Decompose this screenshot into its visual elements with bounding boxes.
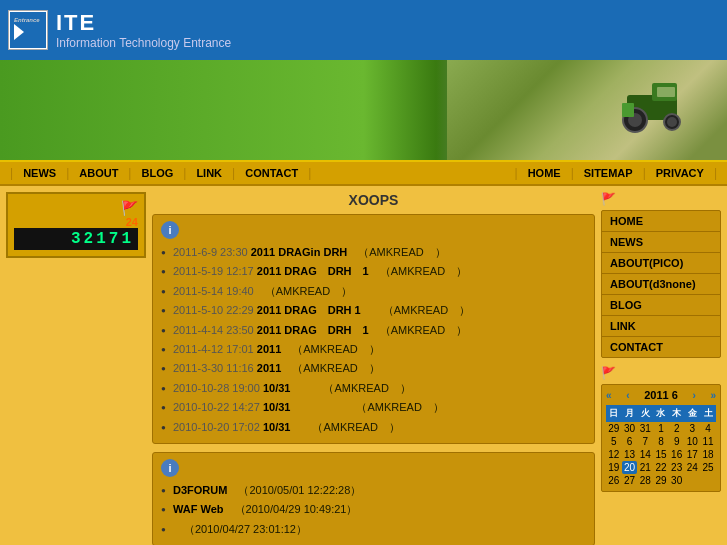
- nav-right: | HOME | SITEMAP | PRIVACY |: [513, 165, 720, 181]
- tractor-image: [617, 65, 697, 135]
- right-nav-home[interactable]: HOME: [602, 211, 720, 232]
- cal-cell[interactable]: 11: [700, 435, 716, 448]
- list-item: 2010-10-20 17:02 10/31 （AMKREAD ）: [161, 418, 586, 437]
- list-item: 2011-6-9 23:30 2011 DRAGin DRH （AMKREAD …: [161, 243, 586, 262]
- cal-day-thu: 木: [669, 405, 685, 422]
- right-nav-link[interactable]: LINK: [602, 316, 720, 337]
- main-layout: 🚩 24 32171 XOOPS i 2011-6-9 23:30 2011 D…: [0, 186, 727, 545]
- nav-left: | NEWS | ABOUT | BLOG | LINK | CONTACT |: [8, 165, 313, 181]
- counter-bottom: 32171: [14, 228, 138, 250]
- cal-cell[interactable]: 27: [622, 474, 638, 487]
- nav-sep-start: |: [10, 166, 13, 180]
- svg-point-8: [667, 117, 677, 127]
- right-nav-about-d3none[interactable]: ABOUT(d3none): [602, 274, 720, 295]
- cal-cell[interactable]: 25: [700, 461, 716, 474]
- cal-cell[interactable]: 18: [700, 448, 716, 461]
- cal-prev-prev[interactable]: «: [606, 390, 612, 401]
- cal-cell[interactable]: 9: [669, 435, 685, 448]
- nav-sitemap[interactable]: SITEMAP: [578, 165, 639, 181]
- counter-top: 24: [14, 216, 138, 228]
- cal-prev[interactable]: ‹: [626, 390, 629, 401]
- list-item: 2011-5-10 22:29 2011 DRAG DRH 1 （AMKREAD…: [161, 301, 586, 320]
- list-item: 2011-5-14 19:40 （AMKREAD ）: [161, 282, 586, 301]
- cal-cell: 12: [606, 448, 622, 461]
- cal-cell[interactable]: 1: [653, 422, 669, 435]
- center-content: XOOPS i 2011-6-9 23:30 2011 DRAGin DRH （…: [152, 192, 595, 545]
- cal-day-sat: 土: [700, 405, 716, 422]
- nav-blog[interactable]: BLOG: [135, 165, 179, 181]
- cal-cell[interactable]: 7: [637, 435, 653, 448]
- news-list: 2011-6-9 23:30 2011 DRAGin DRH （AMKREAD …: [161, 243, 586, 437]
- cal-cell[interactable]: 16: [669, 448, 685, 461]
- cal-next-next[interactable]: »: [710, 390, 716, 401]
- nav-sep-r0: |: [515, 166, 518, 180]
- forum-list: D3FORUM （2010/05/01 12:22:28） WAF Web （2…: [161, 481, 586, 539]
- cal-row: 5 6 7 8 9 10 11: [606, 435, 716, 448]
- header: Entrance ITE Information Technology Entr…: [0, 0, 727, 60]
- cal-cell[interactable]: 22: [653, 461, 669, 474]
- nav-sep-1: |: [66, 166, 69, 180]
- cal-cell[interactable]: 6: [622, 435, 638, 448]
- calendar-title: 2011 6: [644, 389, 678, 401]
- news-info-box: i 2011-6-9 23:30 2011 DRAGin DRH （AMKREA…: [152, 214, 595, 444]
- list-item: 2011-4-14 23:50 2011 DRAG DRH 1 （AMKREAD…: [161, 321, 586, 340]
- calendar-grid: 日 月 火 水 木 金 土 29 30 31 1 2: [606, 405, 716, 487]
- svg-rect-10: [657, 87, 675, 97]
- calendar-box: « ‹ 2011 6 › » 日 月 火 水 木 金 土: [601, 384, 721, 492]
- right-nav-about-pico[interactable]: ABOUT(PICO): [602, 253, 720, 274]
- cal-cell: 19: [606, 461, 622, 474]
- cal-cell[interactable]: 10: [685, 435, 701, 448]
- cal-cell[interactable]: 17: [685, 448, 701, 461]
- list-item: 2011-5-19 12:17 2011 DRAG DRH 1 （AMKREAD…: [161, 262, 586, 281]
- right-sidebar: 🚩 HOME NEWS ABOUT(PICO) ABOUT(d3none) BL…: [601, 192, 721, 545]
- right-nav-news[interactable]: NEWS: [602, 232, 720, 253]
- counter-box: 🚩 24 32171: [6, 192, 146, 258]
- cal-cell: 31: [637, 422, 653, 435]
- cal-row: 12 13 14 15 16 17 18: [606, 448, 716, 461]
- list-item: WAF Web （2010/04/29 10:49:21）: [161, 500, 586, 519]
- right-nav-contact[interactable]: CONTACT: [602, 337, 720, 357]
- right-flag2: 🚩: [601, 366, 721, 380]
- cal-cell[interactable]: 8: [653, 435, 669, 448]
- nav-sep-4: |: [232, 166, 235, 180]
- header-title-block: ITE Information Technology Entrance: [56, 10, 231, 50]
- cal-cell[interactable]: 3: [685, 422, 701, 435]
- cal-next[interactable]: ›: [692, 390, 695, 401]
- forum-info-box: i D3FORUM （2010/05/01 12:22:28） WAF Web …: [152, 452, 595, 545]
- svg-text:Entrance: Entrance: [14, 17, 40, 23]
- nav-link[interactable]: LINK: [190, 165, 228, 181]
- cal-cell: 30: [669, 474, 685, 487]
- right-flag: 🚩: [601, 192, 721, 206]
- cal-cell: [685, 474, 701, 487]
- right-nav-blog[interactable]: BLOG: [602, 295, 720, 316]
- nav-contact[interactable]: CONTACT: [239, 165, 304, 181]
- nav-about[interactable]: ABOUT: [73, 165, 124, 181]
- cal-cell[interactable]: 4: [700, 422, 716, 435]
- cal-row: 29 30 31 1 2 3 4: [606, 422, 716, 435]
- site-subtitle: Information Technology Entrance: [56, 36, 231, 50]
- nav-home[interactable]: HOME: [522, 165, 567, 181]
- nav-sep-r1: |: [571, 166, 574, 180]
- cal-cell[interactable]: 14: [637, 448, 653, 461]
- calendar-header: « ‹ 2011 6 › »: [606, 389, 716, 401]
- nav-sep-r3: |: [714, 166, 717, 180]
- cal-day-fri: 金: [685, 405, 701, 422]
- cal-cell[interactable]: 21: [637, 461, 653, 474]
- nav-news[interactable]: NEWS: [17, 165, 62, 181]
- info-icon: i: [161, 221, 179, 239]
- cal-cell[interactable]: 15: [653, 448, 669, 461]
- cal-cell[interactable]: 2: [669, 422, 685, 435]
- nav-sep-5: |: [308, 166, 311, 180]
- cal-cell[interactable]: 23: [669, 461, 685, 474]
- nav-privacy[interactable]: PRIVACY: [650, 165, 710, 181]
- nav-sep-r2: |: [643, 166, 646, 180]
- list-item: 2010-10-28 19:00 10/31 （AMKREAD ）: [161, 379, 586, 398]
- cal-cell[interactable]: 13: [622, 448, 638, 461]
- logo-icon: Entrance: [8, 10, 48, 50]
- cal-cell[interactable]: 28: [637, 474, 653, 487]
- cal-cell: [700, 474, 716, 487]
- cal-cell[interactable]: 24: [685, 461, 701, 474]
- cal-cell: 29: [653, 474, 669, 487]
- cal-today-cell[interactable]: 20: [622, 461, 638, 474]
- cal-row: 19 20 21 22 23 24 25: [606, 461, 716, 474]
